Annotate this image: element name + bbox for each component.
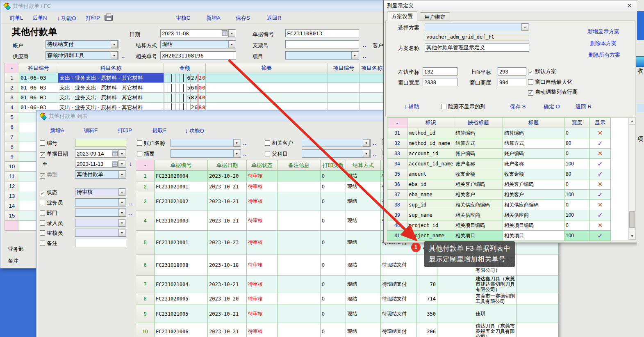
row-number[interactable]: 32 — [387, 138, 407, 149]
check-no-field[interactable] — [285, 40, 359, 48]
cell-default-title[interactable]: 相关供应商编码 — [454, 200, 503, 210]
filter-summary[interactable]: 摘要 — [137, 150, 155, 158]
cell-default-title[interactable]: 相关客户 — [454, 190, 503, 200]
win-height-input[interactable]: 994 — [498, 78, 526, 86]
row-number[interactable]: 8 — [136, 293, 155, 305]
cell-title[interactable]: 账户编码 — [503, 149, 564, 159]
row-number[interactable]: 5 — [5, 112, 19, 122]
cell-settle-method[interactable]: 现结 — [346, 276, 381, 293]
auto-maximize-checkbox[interactable]: 窗口自动最大化 — [528, 78, 572, 86]
cell-print-count[interactable]: 0 — [321, 305, 346, 323]
cell-title[interactable]: 账户名称 — [503, 159, 564, 169]
column-header[interactable]: 摘要 — [206, 63, 328, 73]
cell-field-id[interactable]: sup_id — [407, 200, 454, 210]
account-lookup-button[interactable]: .. — [243, 140, 247, 146]
cell-supplier[interactable]: 信达刀具（东莞市菱锐五金刀具有限公司） — [474, 323, 517, 337]
cell-doc-no[interactable]: FC231021003 — [155, 211, 208, 231]
cell-title[interactable]: 相关项目 — [503, 231, 564, 241]
cell-default-title[interactable]: 收支金额 — [454, 169, 503, 179]
cell-project[interactable] — [517, 293, 558, 305]
list-extract-button[interactable]: 提取F — [152, 127, 166, 134]
cell-doc-no[interactable]: FC231021001 — [155, 181, 208, 192]
cell-doc-no[interactable]: FC231021004 — [155, 276, 208, 293]
column-header[interactable]: 打印次数 — [321, 160, 346, 171]
column-header[interactable]: 科目编号 — [19, 63, 58, 73]
dialog-save-button[interactable]: 保存 S — [510, 103, 526, 110]
scrollbar-thumb[interactable] — [629, 211, 635, 228]
cell-doc-no[interactable]: FC231018008 — [155, 254, 208, 276]
dropdown-icon[interactable]: ▼ — [111, 41, 118, 48]
cell-status[interactable]: 待审核 — [247, 192, 278, 211]
column-header[interactable]: - — [136, 160, 155, 171]
row-number[interactable]: 2 — [5, 83, 19, 93]
filter-remark-input[interactable] — [75, 239, 126, 247]
default-scheme-checkbox[interactable]: 默认方案 — [528, 68, 556, 75]
list-function-button[interactable]: ↓功能O — [185, 127, 204, 135]
doc-no-field[interactable]: FC231108013 — [285, 29, 359, 37]
row-number[interactable]: 13 — [5, 191, 19, 201]
cell-default-title[interactable]: 相关项目 — [454, 231, 503, 241]
cell-default-title[interactable]: 相关供应商 — [454, 210, 503, 220]
cell-show-flag[interactable]: ✓ — [590, 231, 611, 241]
cell-title[interactable]: 收支金额 — [503, 169, 564, 179]
cell-settle-method[interactable]: 现结 — [346, 323, 381, 337]
function-menu-button[interactable]: ↓功能O — [57, 14, 76, 22]
filter-summary-select[interactable]: ▼ — [171, 149, 241, 158]
cell-show-flag[interactable]: ✓ — [590, 169, 611, 179]
row-number[interactable]: 10 — [136, 323, 155, 337]
cell-field-id[interactable]: method_id — [407, 128, 454, 138]
cell-print-count[interactable]: 0 — [321, 293, 346, 305]
cell-settle-method[interactable]: 现结 — [346, 254, 381, 276]
row-number[interactable]: 39 — [387, 210, 407, 220]
aux-button[interactable]: ↓辅助 — [404, 103, 419, 110]
dropdown-icon[interactable]: ▼ — [111, 52, 118, 59]
cell-customer[interactable] — [437, 276, 474, 293]
row-number[interactable]: 15 — [5, 211, 19, 221]
row-number[interactable]: 5 — [136, 231, 155, 254]
save-button[interactable]: 保存S — [236, 14, 250, 22]
cell-settle-method[interactable]: 现结 — [346, 192, 381, 211]
cell-customer[interactable] — [437, 293, 474, 305]
cell-title[interactable]: 相关客户 — [503, 190, 564, 200]
column-header[interactable]: 项目名称 — [360, 63, 384, 73]
cell-amount[interactable]: 58240 — [164, 93, 206, 103]
cell-field-id[interactable]: eba_name — [407, 190, 454, 200]
cell-print-count[interactable]: 0 — [321, 231, 346, 254]
cell-field-id[interactable]: project_id — [407, 220, 454, 231]
column-header[interactable]: 备注信息 — [278, 160, 321, 171]
filter-parent[interactable]: 父科目 — [265, 150, 288, 158]
cell-supplier[interactable]: 佳琪 — [474, 305, 517, 323]
filter-customer[interactable]: 相关客户 — [265, 140, 293, 147]
cell-width[interactable]: 100 — [564, 231, 590, 241]
cell-account-name[interactable]: 待现结支付 — [381, 323, 417, 337]
column-header[interactable]: 宽度 — [564, 118, 590, 128]
row-number[interactable]: 41 — [387, 231, 407, 241]
cell-amount[interactable]: 714 — [417, 293, 437, 305]
row-number[interactable]: 33 — [387, 149, 407, 159]
dialog-scrollbar[interactable]: ▲ ▼ — [628, 117, 636, 240]
delete-scheme-link[interactable]: 删除本方案 — [590, 40, 617, 47]
cell-remark[interactable] — [278, 211, 321, 231]
date-field[interactable]: 2023-11-08▼ — [160, 29, 236, 37]
filter-entry[interactable]: 录入员 — [40, 220, 63, 227]
row-number[interactable]: 36 — [387, 179, 407, 190]
dropdown-icon[interactable]: ▼ — [228, 30, 235, 37]
dept-lookup-button[interactable]: .. — [129, 210, 133, 216]
salesman-lookup-button[interactable]: .. — [129, 199, 133, 206]
account-select[interactable]: 待现结支付▼ — [46, 40, 118, 48]
column-header[interactable]: 标题 — [503, 118, 564, 128]
cell-status[interactable]: 待审核 — [247, 305, 278, 323]
cell-status[interactable]: 待审核 — [247, 211, 278, 231]
column-header[interactable]: 显示 — [590, 118, 611, 128]
cell-doc-no[interactable]: FC231020005 — [155, 293, 208, 305]
cell-width[interactable]: 100 — [564, 159, 590, 169]
filter-date-to[interactable]: 2023-11-13▼ — [75, 160, 126, 168]
row-number[interactable]: 8 — [5, 142, 19, 152]
cell-default-title[interactable]: 账户编码 — [454, 149, 503, 159]
filter-customer-select[interactable]: ▼ — [302, 139, 371, 147]
cell-status[interactable]: 待审核 — [247, 171, 278, 181]
cell-amount[interactable]: 350 — [417, 305, 437, 323]
row-number[interactable]: 9 — [5, 152, 19, 162]
column-header[interactable]: 科目名称 — [58, 63, 164, 73]
row-number[interactable]: 34 — [387, 159, 407, 169]
